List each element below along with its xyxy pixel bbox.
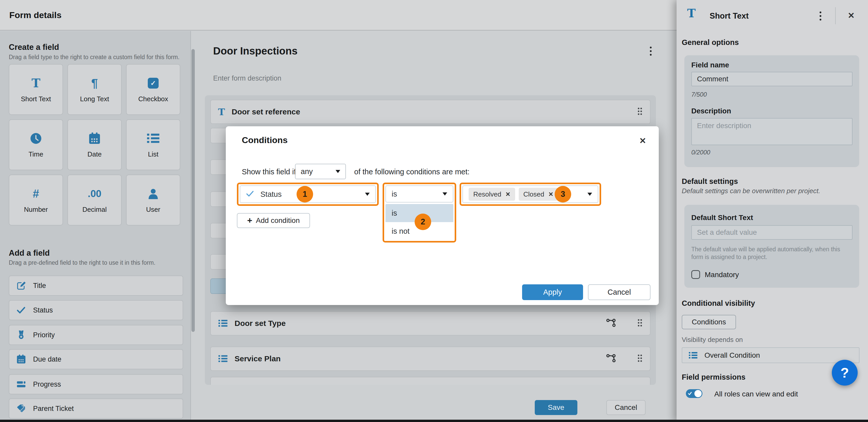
apply-button[interactable]: Apply — [522, 284, 583, 300]
field-name-counter: 7/500 — [691, 91, 707, 98]
annotation-badge-3: 3 — [555, 186, 571, 202]
calendar-icon — [17, 355, 26, 364]
annotation-badge-2: 2 — [414, 214, 431, 230]
field-type-label: Short Text — [21, 95, 51, 103]
conditions-branch-icon[interactable] — [606, 318, 616, 329]
panel-kebab-menu-icon[interactable] — [814, 10, 827, 22]
short-text-icon: T — [32, 76, 40, 90]
field-type-label: Number — [24, 205, 48, 214]
add-condition-label: Add condition — [256, 217, 300, 225]
condition-field-value: Status — [260, 190, 282, 199]
chevron-down-icon — [442, 192, 447, 195]
field-type-label: Date — [88, 150, 102, 158]
modal-cancel-button[interactable]: Cancel — [588, 284, 650, 300]
field-library-sidebar: Create a field Drag a field type to the … — [0, 31, 191, 420]
default-settings-note: Default settings can be overwritten per … — [682, 187, 820, 195]
edit-icon — [17, 281, 26, 290]
chip-label: Resolved — [473, 190, 501, 198]
condition-operator-value: is — [392, 190, 397, 198]
drag-handle-icon[interactable] — [637, 319, 643, 328]
field-type-label: List — [148, 150, 158, 158]
default-value-input[interactable] — [691, 225, 852, 240]
conditions-branch-icon[interactable] — [606, 353, 616, 364]
field-name-label: Field name — [691, 61, 729, 69]
description-label: Description — [691, 107, 731, 115]
default-short-text-label: Default Short Text — [691, 214, 753, 222]
check-icon — [17, 305, 26, 315]
quantifier-select[interactable]: any — [295, 164, 346, 179]
checkbox-icon: ✓ — [148, 76, 159, 90]
partial-field-row[interactable] — [210, 377, 650, 385]
calendar-icon — [89, 131, 100, 145]
help-button[interactable]: ? — [832, 360, 858, 386]
permissions-toggle[interactable] — [686, 389, 703, 398]
predefined-field-label: Due date — [33, 355, 61, 363]
predefined-field-label: Priority — [33, 331, 55, 339]
chevron-down-icon — [365, 193, 370, 196]
top-bar: Form details — [0, 0, 677, 30]
clock-icon — [30, 131, 42, 145]
form-title[interactable]: Door Inspections — [213, 45, 298, 57]
progress-icon — [17, 380, 26, 388]
predefined-field-progress[interactable]: Progress — [9, 374, 183, 394]
quantifier-value: any — [301, 167, 313, 176]
chevron-down-icon — [587, 193, 592, 196]
bottom-scrollbar[interactable] — [0, 420, 868, 422]
visibility-depends-label: Visibility depends on — [682, 336, 743, 344]
field-type-number[interactable]: # Number — [9, 174, 63, 225]
form-kebab-menu-icon[interactable] — [645, 45, 656, 57]
tags-icon — [17, 404, 26, 413]
description-counter: 0/2000 — [691, 149, 710, 156]
save-button[interactable]: Save — [535, 400, 578, 415]
predefined-field-title[interactable]: Title — [9, 275, 183, 296]
drag-handle-icon[interactable] — [637, 354, 643, 364]
remove-chip-icon[interactable]: ✕ — [505, 191, 510, 198]
panel-close-icon[interactable]: ✕ — [844, 9, 859, 22]
field-type-decimal[interactable]: .00 Decimal — [67, 174, 122, 225]
add-field-description: Drag a pre-defined field to the right to… — [9, 259, 156, 266]
mandatory-label: Mandatory — [705, 271, 739, 279]
field-permissions-heading: Field permissions — [682, 373, 746, 382]
cancel-button[interactable]: Cancel — [606, 400, 646, 415]
field-row-door-set-type[interactable]: Door set Type — [210, 311, 650, 335]
predefined-field-label: Title — [33, 282, 46, 290]
predefined-field-status[interactable]: Status — [9, 300, 183, 320]
field-type-label: Long Text — [80, 95, 109, 103]
field-type-label: User — [146, 205, 160, 214]
default-value-helper: The default value will be applied automa… — [691, 246, 849, 261]
field-name-input[interactable] — [691, 72, 852, 86]
form-description-placeholder[interactable]: Enter form description — [213, 74, 281, 83]
field-type-list[interactable]: List — [126, 119, 180, 170]
field-row-door-set-reference[interactable]: T Door set reference — [210, 100, 650, 124]
visibility-depends-item[interactable]: Overall Condition — [682, 347, 860, 363]
check-icon — [246, 190, 254, 199]
field-type-short-text[interactable]: T Short Text — [9, 64, 63, 115]
add-condition-button[interactable]: + Add condition — [237, 213, 310, 228]
field-row-label: Door set Type — [235, 319, 286, 328]
remove-chip-icon[interactable]: ✕ — [549, 191, 553, 198]
field-row-service-plan[interactable]: Service Plan — [210, 347, 650, 371]
sidebar-scrollbar[interactable] — [191, 49, 195, 332]
condition-values-select[interactable]: Resolved ✕ Closed ✕ — [460, 183, 601, 206]
field-type-checkbox[interactable]: ✓ Checkbox — [126, 64, 180, 115]
conditions-button[interactable]: Conditions — [682, 315, 736, 329]
predefined-field-due-date[interactable]: Due date — [9, 349, 183, 369]
close-icon[interactable]: ✕ — [636, 134, 650, 148]
field-type-date[interactable]: Date — [67, 119, 122, 170]
description-textarea[interactable] — [691, 118, 852, 145]
predefined-field-parent-ticket[interactable]: Parent Ticket — [9, 398, 183, 419]
medal-icon — [17, 330, 26, 339]
header-divider — [835, 7, 836, 24]
drag-handle-icon[interactable] — [637, 107, 643, 117]
field-type-user[interactable]: User — [126, 174, 180, 225]
chevron-down-icon — [336, 170, 340, 173]
list-icon — [218, 319, 228, 327]
value-chip-resolved: Resolved ✕ — [469, 188, 515, 201]
condition-operator-select[interactable]: is is is not — [382, 183, 456, 242]
mandatory-checkbox[interactable] — [691, 270, 700, 279]
field-type-time[interactable]: Time — [9, 119, 63, 170]
field-row-label: Door set reference — [232, 107, 300, 116]
predefined-field-priority[interactable]: Priority — [9, 325, 183, 345]
field-row-label: Service Plan — [235, 354, 281, 363]
field-type-long-text[interactable]: ¶ Long Text — [67, 64, 122, 115]
